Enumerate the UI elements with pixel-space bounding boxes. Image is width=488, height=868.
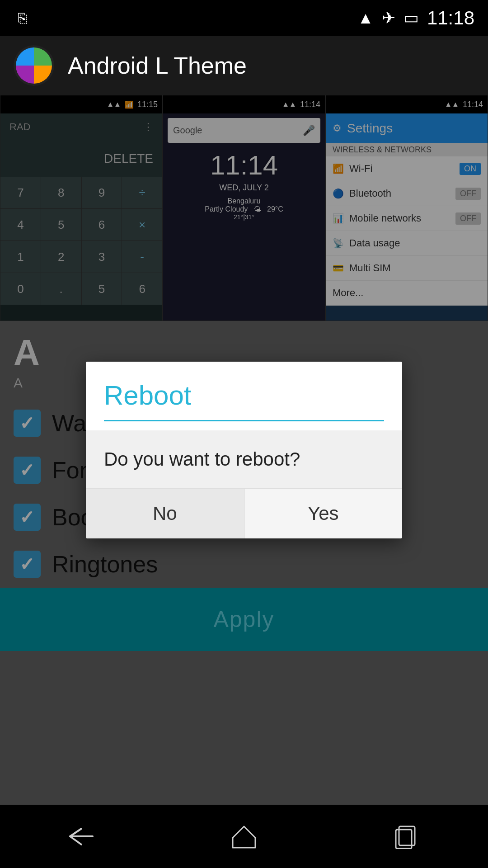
status-time: 11:18	[427, 7, 474, 29]
dialog-body: Do you want to reboot?	[86, 430, 402, 488]
airplane-icon: ✈	[382, 9, 395, 28]
dialog-title: Reboot	[104, 380, 384, 411]
status-bar: ⎘ ▲ ✈ ▭ 11:18	[0, 0, 488, 36]
usb-icon: ⎘	[18, 10, 27, 26]
status-bar-left: ⎘	[18, 10, 27, 27]
recents-button[interactable]	[380, 818, 434, 854]
home-icon	[230, 824, 258, 849]
dialog-title-area: Reboot	[86, 362, 402, 430]
back-icon	[68, 826, 95, 847]
back-button[interactable]	[54, 818, 108, 854]
wifi-icon: ▲	[357, 9, 374, 28]
dialog-no-button[interactable]: No	[86, 489, 244, 538]
dialog-divider	[104, 420, 384, 421]
main-content: ▲▲ 📶 11:15 RAD ⋮ DELETE 7 8 9 ÷ 4 5 6 × …	[0, 95, 488, 805]
battery-icon: ▭	[404, 9, 419, 28]
home-button[interactable]	[217, 818, 271, 854]
bottom-nav	[0, 805, 488, 868]
dialog-message: Do you want to reboot?	[104, 448, 384, 470]
dialog-yes-button[interactable]: Yes	[244, 489, 403, 538]
dialog-overlay: Reboot Do you want to reboot? No Yes	[0, 95, 488, 805]
reboot-dialog: Reboot Do you want to reboot? No Yes	[86, 362, 402, 538]
recents-icon	[394, 824, 419, 849]
status-icons: ▲ ✈ ▭ 11:18	[357, 7, 474, 29]
dialog-buttons: No Yes	[86, 488, 402, 538]
app-title: Android L Theme	[68, 52, 247, 79]
app-logo	[14, 45, 54, 86]
app-bar: Android L Theme	[0, 36, 488, 95]
